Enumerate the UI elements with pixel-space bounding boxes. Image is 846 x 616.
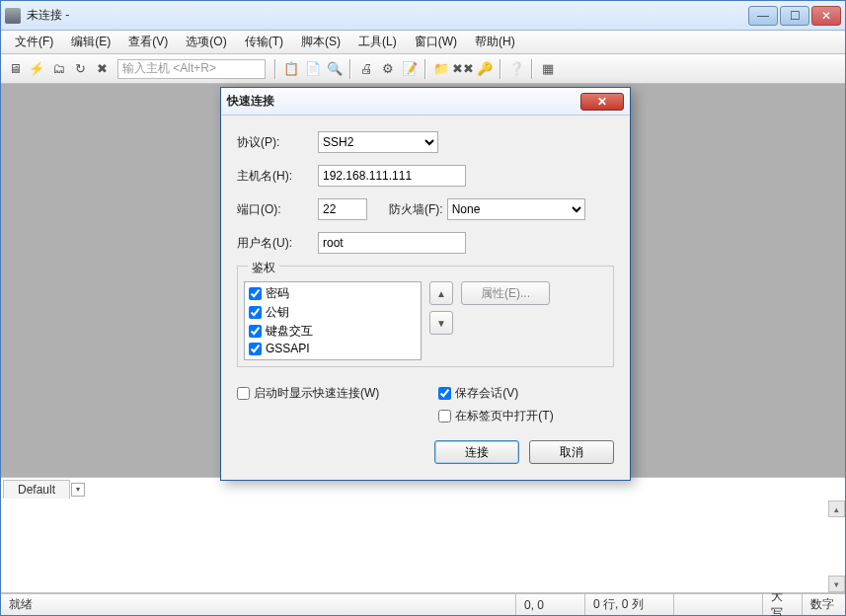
maximize-button[interactable]: ☐ — [780, 6, 809, 26]
paste-icon[interactable]: 📄 — [303, 59, 323, 79]
move-up-button[interactable]: ▲ — [429, 281, 453, 305]
dialog-close-button[interactable]: ✕ — [580, 93, 624, 111]
menu-tools[interactable]: 工具(L) — [350, 31, 405, 53]
menu-window[interactable]: 窗口(W) — [407, 31, 465, 53]
help-icon[interactable]: ❔ — [506, 59, 526, 79]
menu-file[interactable]: 文件(F) — [7, 31, 61, 53]
window-title: 未连接 - — [27, 7, 748, 24]
menubar: 文件(F) 编辑(E) 查看(V) 选项(O) 传输(T) 脚本(S) 工具(L… — [1, 31, 845, 54]
menu-script[interactable]: 脚本(S) — [293, 31, 348, 53]
open-in-tab-checkbox[interactable]: 在标签页中打开(T) — [438, 408, 553, 424]
status-caps: 大写 — [762, 594, 802, 615]
show-on-start-checkbox[interactable]: 启动时显示快速连接(W) — [237, 385, 379, 402]
statusbar: 就绪 0, 0 0 行, 0 列 大写 数字 — [1, 593, 845, 615]
auth-item-password[interactable]: 密码 — [247, 284, 419, 303]
terminal-area[interactable]: ▴ ▾ — [1, 500, 845, 593]
quick-connect-icon[interactable]: ⚡ — [27, 59, 46, 79]
folder-icon[interactable]: 📁 — [431, 59, 451, 79]
window-controls: — ☐ ✕ — [748, 6, 841, 26]
app-icon — [5, 8, 21, 24]
firewall-select[interactable]: None — [447, 198, 585, 220]
session-manager-icon[interactable]: 🗂 — [48, 59, 68, 79]
auth-legend: 鉴权 — [248, 260, 279, 276]
menu-options[interactable]: 选项(O) — [178, 31, 234, 53]
host-input[interactable]: 输入主机 <Alt+R> — [117, 59, 266, 79]
separator-icon — [424, 59, 426, 79]
properties-button[interactable]: 属性(E)... — [461, 281, 550, 305]
tab-dropdown-icon[interactable]: ▾ — [71, 483, 85, 497]
dialog-body: 协议(P): SSH2 主机名(H): 端口(O): 防火墙(F): None … — [221, 116, 630, 480]
auth-fieldset: 鉴权 密码 公钥 键盘交互 GSSAPI ▲ ▼ 属性(E)... — [237, 266, 614, 367]
connect-button[interactable]: 连接 — [434, 440, 519, 464]
protocol-label: 协议(P): — [237, 134, 318, 151]
menu-edit[interactable]: 编辑(E) — [63, 31, 118, 53]
dialog-titlebar: 快速连接 ✕ — [221, 88, 630, 116]
auth-list[interactable]: 密码 公钥 键盘交互 GSSAPI — [244, 281, 422, 360]
auth-item-publickey[interactable]: 公钥 — [247, 303, 419, 322]
print-setup-icon[interactable]: ⚙ — [378, 59, 398, 79]
auth-checkbox-password[interactable] — [249, 287, 262, 300]
tab-default[interactable]: Default — [3, 480, 70, 499]
menu-help[interactable]: 帮助(H) — [467, 31, 523, 53]
scroll-down-icon[interactable]: ▾ — [828, 576, 845, 592]
menu-transfer[interactable]: 传输(T) — [237, 31, 291, 53]
status-num: 数字 — [802, 594, 845, 615]
minimize-button[interactable]: — — [748, 6, 778, 26]
quick-connect-dialog: 快速连接 ✕ 协议(P): SSH2 主机名(H): 端口(O): 防火墙(F)… — [220, 87, 631, 481]
toggle-icon[interactable]: ▦ — [538, 59, 558, 79]
separator-icon — [500, 59, 501, 79]
cancel-button[interactable]: 取消 — [529, 440, 614, 464]
find-icon[interactable]: 🔍 — [325, 59, 345, 79]
auth-item-keyboard[interactable]: 键盘交互 — [247, 322, 419, 341]
host-label: 主机名(H): — [237, 168, 318, 185]
port-label: 端口(O): — [237, 201, 318, 218]
firewall-label: 防火墙(F): — [389, 201, 443, 218]
separator-icon — [349, 59, 351, 79]
copy-icon[interactable]: 📋 — [281, 59, 301, 79]
separator-icon — [531, 59, 533, 79]
status-vt — [673, 594, 762, 615]
print-icon[interactable]: 🖨 — [356, 59, 376, 79]
auth-checkbox-publickey[interactable] — [249, 306, 262, 319]
status-rows: 0 行, 0 列 — [584, 594, 673, 615]
move-down-button[interactable]: ▼ — [429, 311, 453, 335]
host-input[interactable] — [318, 165, 466, 187]
new-session-icon[interactable]: 🖥 — [5, 59, 25, 79]
protocol-select[interactable]: SSH2 — [318, 131, 438, 153]
auth-checkbox-keyboard[interactable] — [249, 325, 262, 338]
status-ready: 就绪 — [1, 594, 515, 615]
save-session-checkbox[interactable]: 保存会话(V) — [438, 385, 553, 402]
key-icon[interactable]: 🔑 — [475, 59, 495, 79]
auth-item-gssapi[interactable]: GSSAPI — [247, 341, 419, 356]
username-label: 用户名(U): — [237, 235, 318, 252]
separator-icon — [274, 59, 276, 79]
username-input[interactable] — [318, 232, 466, 254]
auth-checkbox-gssapi[interactable] — [249, 343, 262, 355]
scroll-up-icon[interactable]: ▴ — [828, 500, 845, 517]
toolbar: 🖥 ⚡ 🗂 ↻ ✖ 输入主机 <Alt+R> 📋 📄 🔍 🖨 ⚙ 📝 📁 ✖✖ … — [1, 54, 845, 84]
close-button[interactable]: ✕ — [811, 6, 841, 26]
menu-view[interactable]: 查看(V) — [120, 31, 176, 53]
disconnect-icon[interactable]: ✖ — [92, 59, 112, 79]
reconnect-icon[interactable]: ↻ — [70, 59, 90, 79]
status-pos: 0, 0 — [515, 594, 584, 615]
port-input[interactable] — [318, 198, 367, 220]
settings-icon[interactable]: ✖✖ — [453, 59, 473, 79]
log-icon[interactable]: 📝 — [400, 59, 420, 79]
titlebar: 未连接 - — ☐ ✕ — [1, 1, 845, 31]
dialog-title: 快速连接 — [227, 93, 580, 110]
